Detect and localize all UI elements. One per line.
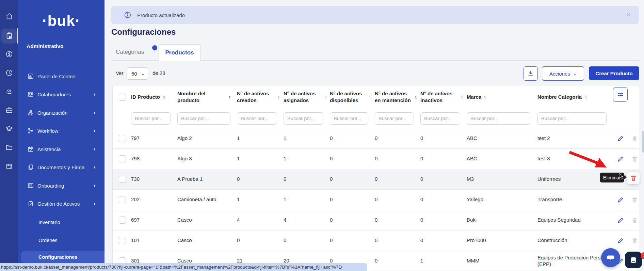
row-checkbox[interactable] [119, 176, 126, 183]
search-input-nombre[interactable] [177, 112, 230, 125]
speech-bubble-icon [606, 253, 615, 262]
documents-icon [28, 164, 34, 170]
sidebar-item-organizacion[interactable]: Organización ‹ [18, 107, 104, 118]
sidebar-item-workflow[interactable]: Workflow ‹ [18, 125, 104, 137]
acciones-button[interactable]: Acciones ⌄ [542, 66, 584, 81]
table-header-row: ID Producto↑↓ Nombre del producto↑ N° de… [113, 85, 639, 109]
sort-icon[interactable]: ↑↓ [484, 95, 486, 99]
sidebar-item-panel-de-control[interactable]: Panel de Control [18, 70, 104, 82]
products-table: ID Producto↑↓ Nombre del producto↑ N° de… [112, 85, 639, 271]
storage-shelf-icon[interactable] [0, 159, 18, 174]
table-row-hovered[interactable]: 730 A Prueba 1 0 0 0 0 0 M3 Uniformes [113, 169, 639, 190]
edit-icon[interactable] [617, 135, 624, 142]
sort-asc-icon[interactable]: ↑ [228, 94, 231, 100]
training-cap-icon[interactable] [0, 121, 18, 136]
column-header-activos-disponibles[interactable]: N° de activos disponibles↑↓ [330, 85, 375, 109]
delete-icon[interactable] [631, 135, 638, 142]
download-button[interactable] [524, 66, 538, 81]
delete-button-hovered[interactable] [627, 172, 640, 184]
folder-icon[interactable] [0, 140, 18, 155]
row-checkbox[interactable] [119, 237, 126, 244]
column-header-activos-inactivos[interactable]: N° de activos inactivos↑↓ [420, 85, 467, 109]
tooltip-arrow [624, 175, 627, 180]
column-header-activos-mantencion[interactable]: N° de activos en mantención↑↓ [375, 85, 420, 109]
row-checkbox[interactable] [119, 155, 126, 162]
benefits-hand-heart-icon[interactable] [0, 84, 18, 99]
time-clock-icon[interactable] [0, 65, 18, 80]
table-row[interactable]: 202 Camioneta / auto 1 1 0 0 0 Yallego T… [113, 190, 639, 210]
search-input-id[interactable] [131, 112, 171, 125]
row-checkbox[interactable] [119, 135, 126, 142]
sidebar-item-colaboradores[interactable]: Colaboradores ‹ [18, 89, 104, 100]
table-row[interactable]: 101 Casco 0 0 0 0 0 Pro1000 Construcción [113, 230, 639, 251]
tab-bar: Categorías Productos [111, 44, 639, 61]
tab-categorias[interactable]: Categorías [116, 44, 144, 60]
payroll-dollar-icon[interactable] [0, 47, 18, 62]
search-input-marca[interactable] [467, 112, 531, 125]
sliders-icon [617, 91, 624, 98]
close-icon[interactable]: ✕ [626, 11, 631, 18]
column-header-marca[interactable]: Marca↑↓ [467, 85, 537, 109]
sidebar-item-gestion-de-activos[interactable]: Gestión de Activos ‹ [18, 198, 104, 209]
sort-icon[interactable]: ↑↓ [584, 95, 586, 99]
vertical-scrollbar-thumb[interactable] [642, 131, 644, 153]
chevron-left-icon: ‹ [94, 182, 96, 189]
column-header-activos-creados[interactable]: N° de activos creados↑↓ [237, 85, 284, 109]
column-header-activos-asignados[interactable]: N° de activos asignados↑↓ [284, 85, 330, 109]
search-input-inactivos[interactable] [420, 112, 460, 125]
table-row[interactable]: 697 Casco 4 4 0 0 0 Buki Equipos Segurid… [113, 210, 639, 230]
search-input-disponibles[interactable] [330, 112, 368, 125]
home-icon[interactable] [0, 9, 18, 24]
org-chart-icon [28, 110, 34, 116]
search-input-mantencion[interactable] [375, 112, 414, 125]
sidebar-item-documentos-y-firma[interactable]: Documentos y Firma ‹ [18, 161, 104, 173]
status-url: https://sst-demo.buk.cl/asset_management… [0, 265, 342, 270]
row-checkbox[interactable] [119, 217, 126, 224]
page-size-select[interactable]: 50 ⌄ [127, 67, 148, 80]
sidebar-section-label: Administrativo [27, 43, 64, 49]
row-checkbox[interactable] [119, 196, 126, 203]
sidebar-item-onboarding[interactable]: Onboarding ‹ [18, 180, 104, 191]
sidebar: ·buk· Administrativo Panel de Control Co… [18, 0, 104, 271]
checklist-icon [28, 182, 34, 189]
asset-management-clipboard-icon[interactable] [0, 28, 18, 43]
chevron-left-icon: ‹ [94, 146, 96, 153]
sidebar-item-asistencia[interactable]: Asistencia ‹ [18, 143, 104, 155]
column-header-id-producto[interactable]: ID Producto↑↓ [131, 85, 177, 109]
search-input-creados[interactable] [237, 112, 277, 125]
page-title: Configuraciones [111, 27, 176, 37]
chat-widget-button[interactable] [601, 248, 620, 267]
briefcase-icon[interactable] [0, 102, 18, 117]
sort-icon[interactable]: ↑↓ [162, 95, 165, 99]
column-settings-button[interactable] [613, 87, 628, 102]
column-header-nombre-categoria[interactable]: Nombre Categoría↑↓ [537, 85, 613, 109]
delete-icon[interactable] [631, 196, 638, 203]
sort-icon[interactable]: ↑↓ [415, 95, 417, 99]
table-row[interactable]: 797 Algo 2 1 1 0 0 0 ABC test 2 [113, 128, 639, 149]
select-all-checkbox[interactable] [119, 94, 126, 101]
delete-icon[interactable] [631, 217, 638, 224]
tab-productos[interactable]: Productos [159, 44, 200, 61]
table-row[interactable]: 798 Algo 3 1 1 0 0 0 ABC test 3 [113, 149, 639, 169]
edit-icon[interactable] [617, 156, 624, 162]
edit-icon[interactable] [617, 196, 624, 203]
sort-icon[interactable]: ↑↓ [369, 95, 371, 99]
search-input-asignados[interactable] [284, 112, 323, 125]
delete-icon[interactable] [631, 156, 638, 162]
sidebar-subitem-ordenes[interactable]: Órdenes [18, 235, 104, 246]
table-controls: Ver 50 ⌄ de 28 Acciones ⌄ Crear Producto [111, 66, 639, 80]
crear-producto-button[interactable]: Crear Producto [589, 66, 639, 80]
column-header-nombre-producto[interactable]: Nombre del producto↑ [177, 85, 237, 109]
search-input-categoria[interactable] [537, 112, 607, 125]
sort-icon[interactable]: ↑↓ [324, 95, 326, 99]
sidebar-subitem-inventario[interactable]: Inventario [18, 217, 104, 228]
chevron-left-icon: ‹ [94, 200, 96, 207]
sort-icon[interactable]: ↑↓ [278, 95, 280, 99]
delete-icon[interactable] [631, 237, 638, 244]
edit-icon[interactable] [617, 237, 624, 244]
helpdesk-widget-button[interactable] [625, 252, 642, 268]
edit-icon[interactable] [617, 217, 624, 224]
sort-icon[interactable]: ↑↓ [461, 95, 463, 99]
sidebar-subitem-configuraciones[interactable]: Configuraciones [18, 251, 104, 263]
chevron-down-icon: ⌄ [573, 71, 577, 76]
